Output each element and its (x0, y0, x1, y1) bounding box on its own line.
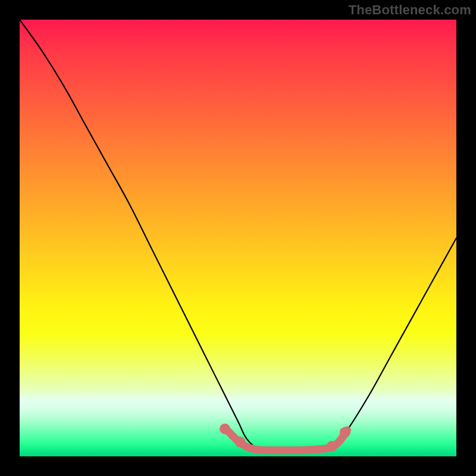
bottleneck-curve-svg (20, 20, 456, 456)
optimal-zone-dot (235, 437, 246, 447)
chart-frame: TheBottleneck.com (0, 0, 476, 476)
plot-area (20, 20, 456, 456)
curve-layer (20, 20, 456, 456)
optimal-zone-dot (340, 427, 350, 438)
watermark-text: TheBottleneck.com (349, 2, 471, 18)
bottleneck-curve (20, 20, 456, 451)
optimal-zone-dot (220, 424, 230, 434)
optimal-zone-dot (327, 441, 337, 452)
